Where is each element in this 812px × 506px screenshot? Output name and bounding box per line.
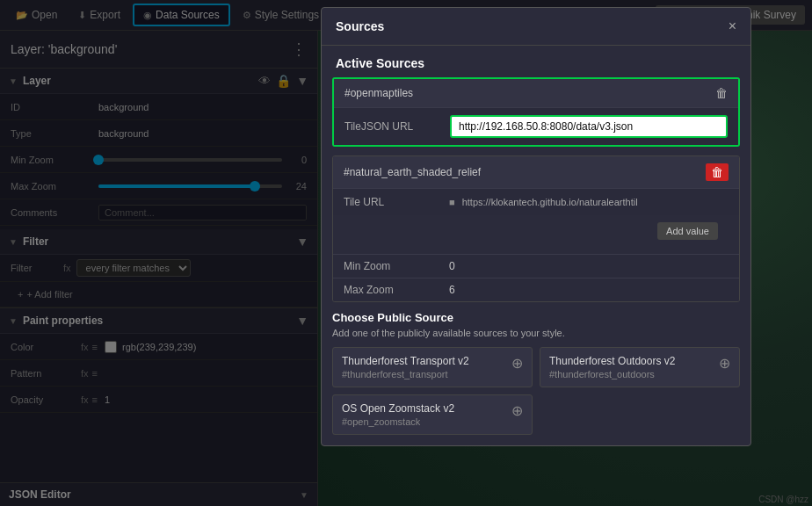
source-openmaptiles-id: #openmaptiles: [344, 87, 413, 99]
source-natural-earth: #natural_earth_shaded_relief 🗑 Tile URL …: [332, 155, 740, 302]
thunderforest-transport-plus-icon: ⊕: [511, 355, 523, 372]
tilejson-label: TileJSON URL: [344, 120, 450, 133]
active-sources-title: Active Sources: [322, 46, 750, 77]
choose-public-title: Choose Public Source: [332, 311, 740, 324]
source-openmaptiles-header: #openmaptiles 🗑: [334, 79, 738, 107]
thunderforest-transport-name: Thunderforest Transport v2: [342, 355, 469, 367]
thunderforest-outdoors-name: Thunderforest Outdoors v2: [549, 355, 675, 367]
modal-title: Sources: [336, 19, 384, 33]
source-openmaptiles-tilejson-row: TileJSON URL: [334, 107, 738, 145]
modal-overlay: Sources × Active Sources #openmaptiles 🗑…: [0, 0, 812, 506]
thunderforest-outdoors-id: #thunderforest_outdoors: [549, 369, 675, 380]
max-zoom-value: 6: [449, 284, 455, 296]
choose-public-subtitle: Add one of the publicly available source…: [332, 328, 740, 338]
modal-close-button[interactable]: ×: [729, 18, 736, 34]
os-open-zoomstack-name: OS Open Zoomstack v2: [342, 402, 454, 415]
thunderforest-outdoors-plus-icon: ⊕: [719, 355, 730, 372]
tile-url-value: https://klokantech.github.io/naturaleart…: [462, 197, 638, 207]
public-cards-grid: Thunderforest Transport v2 #thunderfores…: [332, 347, 740, 435]
thunderforest-outdoors-info: Thunderforest Outdoors v2 #thunderforest…: [549, 355, 675, 380]
thunderforest-transport-info: Thunderforest Transport v2 #thunderfores…: [342, 355, 469, 380]
sources-modal: Sources × Active Sources #openmaptiles 🗑…: [321, 7, 751, 446]
source-natural-earth-header: #natural_earth_shaded_relief 🗑: [333, 156, 739, 188]
add-value-area: Add value: [333, 215, 739, 254]
tile-url-text: ■ https://klokantech.github.io/naturalea…: [449, 197, 729, 207]
main-area: Layer: 'background' ⋮ ▼ Layer 👁 🔒 ▼ ID b…: [0, 31, 812, 506]
public-card-thunderforest-outdoors[interactable]: Thunderforest Outdoors v2 #thunderforest…: [540, 347, 740, 387]
source-openmaptiles: #openmaptiles 🗑 TileJSON URL: [332, 77, 740, 147]
public-card-os-open-zoomstack[interactable]: OS Open Zoomstack v2 #open_zoomstack ⊕: [332, 394, 533, 435]
modal-header: Sources ×: [322, 8, 750, 46]
delete-natural-earth-button[interactable]: 🗑: [706, 163, 729, 181]
delete-openmaptiles-button[interactable]: 🗑: [715, 86, 728, 100]
min-zoom-row: Min Zoom 0: [333, 254, 739, 278]
source-natural-earth-id: #natural_earth_shaded_relief: [344, 166, 481, 178]
os-open-zoomstack-plus-icon: ⊕: [511, 402, 523, 419]
tile-url-icon: ■: [449, 197, 455, 207]
source-natural-earth-tileurl-row: Tile URL ■ https://klokantech.github.io/…: [333, 188, 739, 215]
os-open-zoomstack-info: OS Open Zoomstack v2 #open_zoomstack: [342, 402, 454, 427]
max-zoom-row: Max Zoom 6: [333, 278, 739, 301]
public-card-thunderforest-transport[interactable]: Thunderforest Transport v2 #thunderfores…: [332, 347, 533, 387]
choose-public-section: Choose Public Source Add one of the publ…: [322, 311, 750, 445]
tilejson-url-input[interactable]: [450, 115, 728, 138]
min-zoom-label: Min Zoom: [344, 260, 449, 272]
os-open-zoomstack-id: #open_zoomstack: [342, 416, 454, 427]
tile-url-label: Tile URL: [344, 196, 449, 208]
max-zoom-label: Max Zoom: [344, 284, 449, 296]
min-zoom-value: 0: [449, 260, 455, 272]
add-value-button[interactable]: Add value: [657, 222, 718, 240]
thunderforest-transport-id: #thunderforest_transport: [342, 369, 469, 380]
